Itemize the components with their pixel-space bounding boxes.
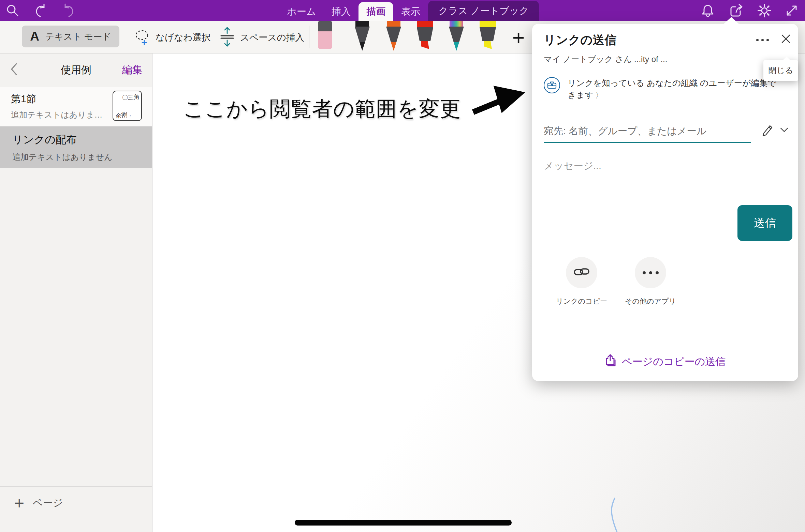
send-button[interactable]: 送信 [737, 205, 792, 241]
page-item-subtitle: 追加テキストはありま… [11, 109, 103, 120]
text-mode-a-icon: A [30, 29, 39, 44]
recipient-underline [544, 142, 751, 143]
send-page-copy-link[interactable]: ページのコピーの送信 [532, 354, 798, 370]
lasso-label: なげなわ選択 [156, 31, 210, 44]
redo-icon[interactable] [61, 3, 76, 18]
home-indicator[interactable] [295, 520, 512, 526]
chevron-down-icon[interactable] [780, 127, 789, 134]
tab-home[interactable]: ホーム [279, 2, 324, 21]
close-icon[interactable] [780, 33, 792, 45]
plus-icon: ＋ [11, 491, 27, 513]
copy-link-label: リンクのコピー [544, 297, 619, 306]
add-pen-button[interactable]: + [508, 26, 529, 48]
add-page-label: ページ [33, 496, 63, 510]
ink-arrow [469, 83, 530, 118]
more-options-icon[interactable] [756, 39, 769, 41]
tab-insert[interactable]: 挿入 [324, 2, 358, 21]
insert-space-icon [219, 27, 235, 48]
text-mode-button[interactable]: A テキスト モード [22, 26, 119, 47]
send-link-dialog: リンクの送信 マイ ノートブック さん ...ity of ... リンクを知っ… [532, 24, 798, 381]
page-thumbnail: 〇三角 余割． [113, 91, 142, 121]
lasso-select-button[interactable]: なげなわ選択 [134, 21, 210, 54]
page-list-item-selected[interactable]: リンクの配布 追加テキストはありません [0, 126, 152, 168]
ink-blue-stroke [606, 495, 627, 532]
text-mode-label: テキスト モード [45, 31, 111, 43]
permission-row[interactable]: リンクを知っている あなたの組織 のユーザーが編集できます〉 [544, 77, 786, 101]
search-icon[interactable] [5, 3, 20, 18]
expand-icon[interactable] [784, 3, 800, 18]
page-sidebar: 使用例 編集 第1節 追加テキストはありま… 〇三角 余割． リンクの配布 追加… [0, 54, 152, 532]
page-item-subtitle: 追加テキストはありません [12, 152, 113, 163]
link-icon [574, 267, 589, 279]
tab-view[interactable]: 表示 [393, 2, 428, 21]
insert-space-label: スペースの挿入 [240, 31, 304, 44]
toolbar-divider [309, 26, 309, 48]
copy-link-button[interactable] [566, 257, 597, 288]
undo-icon[interactable] [33, 3, 48, 18]
pencil-icon[interactable] [761, 123, 774, 138]
dialog-title: リンクの送信 [544, 32, 616, 48]
page-item-title: 第1節 [11, 92, 36, 106]
galaxy-pen[interactable] [446, 21, 467, 51]
eraser-tool[interactable] [318, 21, 332, 50]
edit-button[interactable]: 編集 [122, 63, 143, 77]
top-app-bar: ホーム 挿入 描画 表示 クラス ノートブック [0, 0, 805, 21]
recipient-input[interactable]: 宛先: 名前、グループ、またはメール [544, 125, 706, 138]
tab-class-notebook[interactable]: クラス ノートブック [428, 1, 539, 21]
bell-icon[interactable] [700, 3, 716, 18]
ribbon-tabs: ホーム 挿入 描画 表示 クラス ノートブック [279, 0, 539, 21]
add-page-row[interactable]: ＋ ページ [0, 486, 152, 532]
red-highlighter[interactable] [415, 21, 435, 51]
eraser-cap [318, 21, 332, 31]
more-apps-label: その他のアプリ [613, 297, 688, 306]
black-pen[interactable] [352, 21, 372, 51]
tab-draw[interactable]: 描画 [358, 2, 393, 21]
pen-list [352, 21, 498, 51]
ink-annotation-text: ここから閲覧者の範囲を変更 [183, 95, 461, 123]
page-list-item[interactable]: 第1節 追加テキストはありま… 〇三角 余割． [0, 87, 152, 126]
eraser-body [318, 31, 332, 49]
ellipsis-icon [643, 271, 659, 274]
send-page-copy-label: ページのコピーの送信 [622, 355, 726, 369]
message-input[interactable]: メッセージ... [544, 159, 601, 172]
close-tooltip: 閉じる [763, 60, 798, 81]
page-item-title: リンクの配布 [12, 133, 77, 147]
dialog-subtitle: マイ ノートブック さん ...ity of ... [544, 54, 667, 65]
share-icon[interactable] [729, 3, 744, 18]
gear-icon[interactable] [757, 3, 772, 18]
thumbnail-ink-text: 余割． [115, 110, 133, 120]
sidebar-header: 使用例 編集 [0, 54, 152, 86]
more-apps-button[interactable] [635, 257, 666, 288]
permission-text: リンクを知っている あなたの組織 のユーザーが編集できます〉 [568, 77, 782, 101]
send-copy-icon [605, 354, 617, 370]
thumbnail-ink-text: 〇三角 [122, 93, 140, 102]
insert-space-button[interactable]: スペースの挿入 [219, 21, 304, 54]
lasso-icon [134, 28, 151, 47]
orange-pen[interactable] [383, 21, 404, 51]
chevron-right-icon: 〉 [595, 91, 603, 100]
briefcase-icon [544, 77, 560, 93]
yellow-highlighter[interactable] [478, 21, 498, 51]
